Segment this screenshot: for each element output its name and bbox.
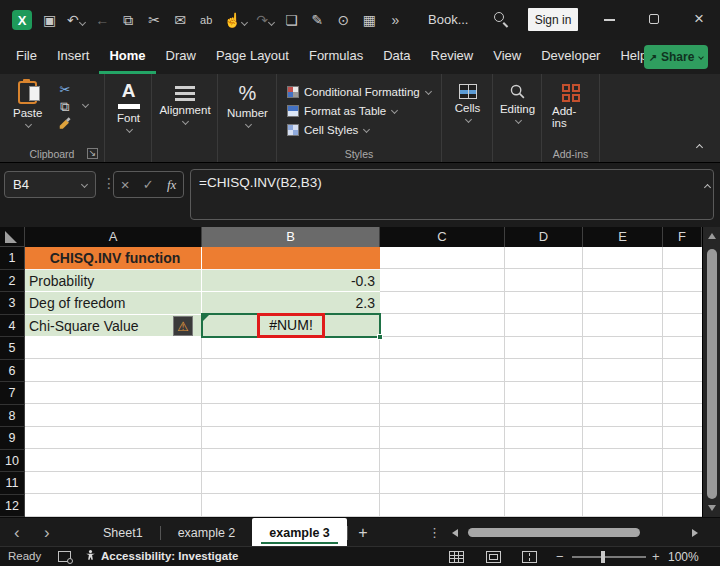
- new-document-icon[interactable]: ❏: [283, 12, 300, 28]
- cut-icon[interactable]: ✂: [146, 12, 163, 28]
- addins-button[interactable]: Add-ins: [552, 84, 590, 129]
- tab-file[interactable]: File: [6, 40, 47, 74]
- insert-function-icon[interactable]: fx: [167, 177, 176, 193]
- row-header-10[interactable]: 10: [0, 450, 25, 473]
- column-header-D[interactable]: D: [505, 227, 583, 247]
- minimize-button[interactable]: [604, 19, 615, 21]
- cell-styles-button[interactable]: Cell Styles: [277, 120, 441, 139]
- row-header-4[interactable]: 4: [0, 315, 25, 338]
- tab-view[interactable]: View: [483, 40, 531, 74]
- row-header-8[interactable]: 8: [0, 405, 25, 428]
- cell-A2[interactable]: Probability: [25, 270, 202, 293]
- row-header-11[interactable]: 11: [0, 472, 25, 495]
- chevron-down-icon[interactable]: [82, 101, 89, 108]
- cell-A1[interactable]: CHISQ.INV function: [25, 247, 202, 270]
- draw-table-icon[interactable]: ✎: [309, 12, 326, 28]
- row-header-6[interactable]: 6: [0, 360, 25, 383]
- column-header-C[interactable]: C: [380, 227, 505, 247]
- row-header-1[interactable]: 1: [0, 247, 25, 270]
- formula-input[interactable]: =CHISQ.INV(B2,B3): [190, 169, 714, 220]
- format-painter-icon[interactable]: [58, 117, 72, 131]
- more-commands-icon[interactable]: »: [387, 12, 404, 28]
- email-icon[interactable]: ✉: [172, 12, 189, 28]
- share-button[interactable]: ↗ Share: [644, 45, 708, 69]
- back-icon[interactable]: ←: [94, 12, 111, 28]
- sheet-tab-sheet1[interactable]: Sheet1: [86, 518, 160, 547]
- zoom-level[interactable]: 100%: [668, 550, 699, 564]
- row-header-9[interactable]: 9: [0, 427, 25, 450]
- enter-icon[interactable]: ✓: [143, 177, 154, 192]
- tab-insert[interactable]: Insert: [47, 40, 100, 74]
- format-as-table-button[interactable]: Format as Table: [277, 101, 441, 120]
- alignment-button[interactable]: Alignment: [160, 86, 210, 124]
- sheet-tab-example-2[interactable]: example 2: [161, 518, 253, 547]
- cells-button[interactable]: Cells: [450, 84, 485, 122]
- cell-area[interactable]: CHISQ.INV function Probability -0.3 Deg …: [25, 247, 702, 517]
- fill-handle[interactable]: [377, 334, 383, 340]
- tab-developer[interactable]: Developer: [531, 40, 610, 74]
- scroll-down-icon[interactable]: [708, 505, 716, 511]
- save-icon[interactable]: ▣: [41, 12, 58, 28]
- horizontal-scroll-thumb[interactable]: [468, 528, 640, 537]
- column-header-E[interactable]: E: [583, 227, 663, 247]
- tab-data[interactable]: Data: [373, 40, 420, 74]
- excel-logo-icon[interactable]: X: [12, 10, 32, 30]
- tab-page-layout[interactable]: Page Layout: [206, 40, 299, 74]
- cell-B2[interactable]: -0.3: [202, 270, 380, 293]
- name-box[interactable]: B4: [4, 171, 96, 198]
- camera-icon[interactable]: ⊙: [335, 12, 352, 28]
- touch-mode-button[interactable]: ☝: [224, 11, 247, 29]
- tab-review[interactable]: Review: [421, 40, 484, 74]
- error-warning-button[interactable]: ⚠: [173, 316, 193, 336]
- form-icon[interactable]: ▦: [361, 12, 378, 28]
- sheet-options-icon[interactable]: ⋮: [428, 525, 441, 540]
- column-header-A[interactable]: A: [25, 227, 202, 247]
- editing-button[interactable]: Editing: [496, 83, 539, 123]
- maximize-button[interactable]: [649, 14, 659, 24]
- zoom-out-button[interactable]: −: [556, 549, 564, 564]
- column-header-B[interactable]: B: [202, 227, 380, 247]
- row-header-5[interactable]: 5: [0, 337, 25, 360]
- tab-draw[interactable]: Draw: [156, 40, 206, 74]
- tab-formulas[interactable]: Formulas: [299, 40, 373, 74]
- macro-record-icon[interactable]: [58, 551, 71, 562]
- tab-home[interactable]: Home: [99, 40, 155, 74]
- page-break-view-button[interactable]: [522, 551, 537, 563]
- conditional-formatting-button[interactable]: Conditional Formatting: [277, 82, 441, 101]
- expand-formula-bar-icon[interactable]: [704, 176, 710, 194]
- zoom-slider-handle[interactable]: [601, 551, 605, 563]
- scroll-up-icon[interactable]: [708, 233, 716, 239]
- page-layout-view-button[interactable]: [486, 551, 501, 563]
- font-button[interactable]: A Font: [117, 82, 140, 132]
- sign-in-button[interactable]: Sign in: [528, 8, 578, 31]
- search-icon[interactable]: [494, 12, 509, 27]
- row-header-12[interactable]: 12: [0, 495, 25, 518]
- zoom-slider-track[interactable]: [572, 556, 646, 558]
- copy-icon[interactable]: ⧉: [120, 12, 137, 29]
- close-button[interactable]: ×: [694, 9, 704, 29]
- clipboard-dialog-launcher-icon[interactable]: ↘: [87, 148, 98, 159]
- add-sheet-button[interactable]: +: [352, 522, 374, 544]
- collapse-ribbon-button[interactable]: [696, 136, 702, 154]
- cell-A3[interactable]: Deg of freedom: [25, 292, 202, 315]
- cut-icon[interactable]: ✂: [60, 83, 71, 97]
- redo-button[interactable]: ↷: [256, 11, 274, 29]
- row-header-2[interactable]: 2: [0, 270, 25, 293]
- zoom-in-button[interactable]: +: [652, 549, 660, 564]
- sheet-tab-example-3[interactable]: example 3: [252, 518, 346, 547]
- paste-button[interactable]: Paste: [13, 81, 42, 127]
- cancel-icon[interactable]: ×: [121, 176, 130, 193]
- previous-sheet-icon[interactable]: ‹: [14, 518, 20, 547]
- number-button[interactable]: % Number: [224, 82, 271, 127]
- select-all-corner[interactable]: [0, 227, 25, 247]
- row-header-7[interactable]: 7: [0, 382, 25, 405]
- vertical-scrollbar[interactable]: [702, 227, 720, 517]
- cell-B4-selected[interactable]: #NUM!: [201, 313, 381, 338]
- vertical-scroll-thumb[interactable]: [707, 249, 717, 499]
- find-replace-icon[interactable]: ab: [198, 14, 215, 26]
- scroll-left-icon[interactable]: [452, 529, 458, 537]
- accessibility-status-button[interactable]: Accessibility: Investigate: [101, 550, 238, 562]
- cell-B1[interactable]: [202, 247, 380, 270]
- scroll-right-icon[interactable]: [692, 529, 698, 537]
- row-header-3[interactable]: 3: [0, 292, 25, 315]
